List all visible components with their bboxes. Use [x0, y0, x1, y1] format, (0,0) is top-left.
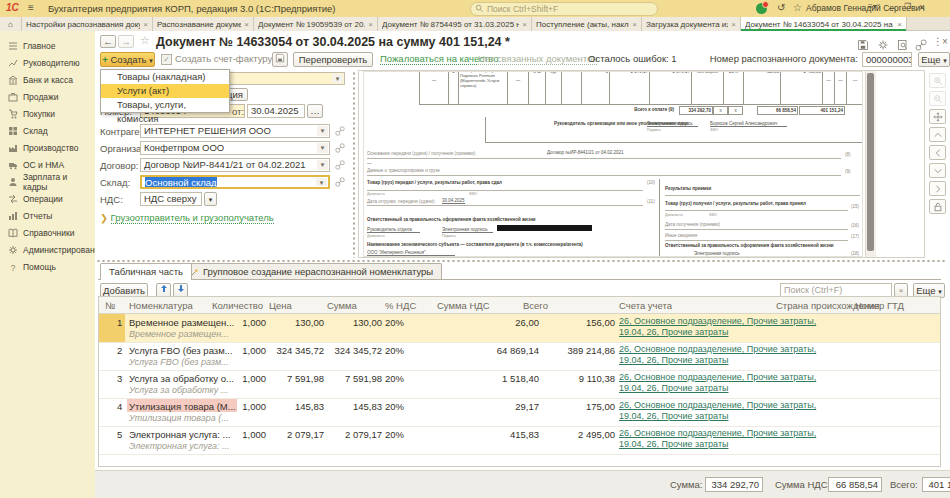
sidebar-item-directories[interactable]: Справочники: [8, 225, 94, 241]
warehouse-input-focused[interactable]: Основной склад▾: [140, 175, 330, 189]
preview-scrollbar[interactable]: [865, 71, 876, 257]
scroll-down-button[interactable]: [929, 163, 946, 178]
document-form: ← → ☆ Документ № 14633054 от 30.04.2025 …: [95, 31, 950, 498]
tab-doc-14633054-active[interactable]: Документ № 14633054 от 30.04.2025 на сум…: [741, 17, 907, 31]
menu-item-services-act[interactable]: Услуги (акт): [101, 84, 229, 98]
tab-close-icon[interactable]: ×: [244, 18, 249, 31]
form-close-icon[interactable]: ×: [942, 36, 948, 47]
vertical-splitter[interactable]: [352, 71, 356, 258]
accounts-link[interactable]: 26, Основное подразделение, Прочие затра…: [619, 344, 816, 354]
organization-link-icon[interactable]: [333, 141, 346, 154]
main-menu-icon[interactable]: ≡: [28, 2, 34, 13]
recognized-number-input[interactable]: 000000003: [862, 52, 912, 67]
header-more-button[interactable]: Еще ▾: [918, 52, 950, 67]
tab-close-icon[interactable]: ×: [368, 18, 373, 31]
window-minimize-icon[interactable]: –: [889, 2, 895, 13]
menu-item-goods-services-commission[interactable]: Товары, услуги, комиссия: [101, 98, 229, 112]
recheck-button[interactable]: Перепроверить: [293, 52, 373, 67]
page-title: Документ № 14633054 от 30.04.2025 на сум…: [156, 35, 510, 49]
accounts-link[interactable]: 19.04, 26, Прочие затраты: [619, 383, 729, 393]
organization-input[interactable]: Конфетпром ООО▾: [140, 141, 330, 155]
sidebar-item-main[interactable]: Главное: [8, 38, 94, 54]
create-invoice-checkbox[interactable]: ✓: [161, 54, 172, 65]
accounts-link[interactable]: 26, Основное подразделение, Прочие затра…: [619, 428, 816, 438]
sidebar-item-sales[interactable]: Продажи: [8, 89, 94, 105]
tab-doc-19059539[interactable]: Документ № 19059539 от 20.04.2025×: [254, 17, 378, 31]
favorites-star-icon[interactable]: ☆: [793, 2, 802, 13]
tab-recognition-settings[interactable]: Настройки распознавания документов×: [22, 17, 153, 31]
preview-scrollbar-thumb[interactable]: [867, 73, 874, 251]
vat-dropdown-button[interactable]: ▾: [204, 192, 217, 206]
date-input[interactable]: 30.04.2025: [247, 104, 305, 118]
tab-load-from-file[interactable]: Загрузка документа из файла×: [642, 17, 741, 31]
tab-close-icon[interactable]: ×: [731, 18, 736, 31]
nav-back-button[interactable]: ←: [100, 35, 116, 48]
lock-button[interactable]: [929, 199, 946, 214]
sidebar-item-warehouse[interactable]: Склад: [8, 123, 94, 139]
menu-item-goods[interactable]: Товары (накладная): [101, 70, 229, 84]
sidebar-item-payroll-hr[interactable]: Зарплата и кадры: [8, 174, 94, 190]
accounts-link[interactable]: 26, Основное подразделение, Прочие затра…: [619, 400, 816, 410]
tab-close-icon[interactable]: ×: [143, 18, 148, 31]
grid-search-input[interactable]: Поиск (Ctrl+F): [780, 283, 892, 297]
sidebar-item-purchases[interactable]: Покупки: [8, 106, 94, 122]
scroll-right-button[interactable]: [929, 181, 946, 196]
sidebar-item-help[interactable]: ?Помощь: [8, 259, 94, 275]
favorite-star-icon[interactable]: ☆: [140, 34, 150, 47]
nav-forward-button[interactable]: →: [118, 35, 134, 48]
sidebar-item-administration[interactable]: Администрирование: [8, 242, 94, 258]
window-restore-icon[interactable]: ❐: [904, 2, 911, 11]
accounts-link[interactable]: 26, Основное подразделение, Прочие затра…: [619, 372, 816, 382]
clear-search-button[interactable]: ×: [894, 283, 908, 297]
accounts-link[interactable]: 19.04, 26, Прочие затраты: [619, 327, 729, 337]
notifications-icon[interactable]: [756, 3, 767, 14]
sidebar-item-reports[interactable]: Отчеты: [8, 208, 94, 224]
date-picker-button[interactable]: …: [307, 104, 323, 118]
tab-tabular-section[interactable]: Табличная часть: [100, 263, 192, 280]
history-icon[interactable]: ↺: [777, 2, 785, 13]
contract-link-icon[interactable]: [333, 158, 346, 171]
save-document-button[interactable]: [272, 52, 288, 67]
vat-label: НДС:: [100, 194, 123, 205]
create-button[interactable]: + Создать ▾: [100, 52, 155, 67]
tab-doc-8754495[interactable]: Документ № 8754495 от 31.03.2025 на сумм…: [378, 17, 532, 31]
tab-close-icon[interactable]: ×: [522, 18, 527, 31]
sidebar-item-production[interactable]: Производство: [8, 140, 94, 156]
service-menu-icon[interactable]: ≡▾: [868, 2, 877, 11]
sum-value: 334 292,70: [705, 477, 763, 492]
sidebar-item-operations[interactable]: Операции: [8, 191, 94, 207]
chevron-down-icon: ▾: [209, 196, 213, 203]
scroll-up-button[interactable]: [929, 127, 946, 142]
bank-icon: [8, 75, 18, 85]
tab-recognition[interactable]: Распознавание документов×: [153, 17, 254, 31]
counterparty-link-icon[interactable]: [333, 124, 346, 137]
zoom-in-button[interactable]: [929, 73, 946, 88]
no-linked-docs-link[interactable]: Нет связанных документов: [478, 53, 597, 65]
accounts-link[interactable]: 19.04, 26, Прочие затраты: [619, 439, 729, 449]
accounts-link[interactable]: 19.04, 26, Прочие затраты: [619, 411, 729, 421]
sidebar-item-fixed-assets[interactable]: ОС и НМА: [8, 157, 94, 173]
scroll-left-button[interactable]: [929, 145, 946, 160]
tab-close-icon[interactable]: ×: [632, 18, 637, 31]
warehouse-link-icon[interactable]: [333, 175, 346, 188]
tab-receipts[interactable]: Поступление (акты, накладные, УПД)×: [532, 17, 642, 31]
warehouse-label: Склад:: [100, 177, 130, 188]
accounts-link[interactable]: 19.04, 26, Прочие затраты: [619, 355, 729, 365]
tab-home[interactable]: ⌂: [0, 17, 22, 31]
global-search-input[interactable]: Поиск Ctrl+Shift+F: [470, 2, 658, 16]
consignor-group-link[interactable]: ❯ Грузоотправитель и грузополучатель: [100, 212, 274, 223]
accounts-link[interactable]: 26, Основное подразделение, Прочие затра…: [619, 316, 816, 326]
create-dropdown-menu: Товары (накладная) Услуги (акт) Товары, …: [100, 69, 230, 113]
fit-move-button[interactable]: [929, 109, 946, 124]
vat-select[interactable]: НДС сверху: [140, 192, 202, 206]
sidebar-item-manager[interactable]: Руководителю: [8, 55, 94, 71]
contract-input[interactable]: Договор №ИР-8441/21 от 04.02.2021▾: [140, 158, 330, 172]
scanned-document-page[interactable]: — 5 Электронная услуга Подписка Premium …: [363, 71, 863, 257]
tab-group-create-nomenclature[interactable]: Групповое создание нераспознанной номенк…: [181, 263, 442, 280]
tab-close-icon[interactable]: ×: [897, 18, 902, 31]
save-icon: [275, 53, 285, 63]
zoom-out-button[interactable]: [929, 91, 946, 106]
window-close-icon[interactable]: ×: [919, 2, 925, 13]
sidebar-item-bank-cash[interactable]: Банк и касса: [8, 72, 94, 88]
counterparty-input[interactable]: ИНТЕРНЕТ РЕШЕНИЯ ООО▾: [140, 124, 330, 138]
